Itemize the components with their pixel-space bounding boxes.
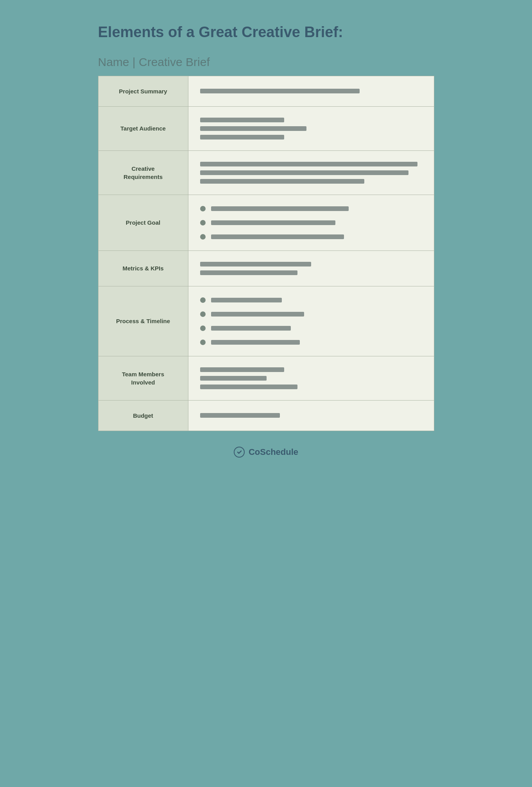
table-row: Target Audience [98,106,434,150]
row-content [188,356,434,400]
bullet-dot [200,297,206,303]
bullet-bar [211,298,282,302]
bullet-dot [200,220,206,225]
content-bar [200,376,267,381]
row-label: Project Goal [126,219,160,226]
svg-point-0 [234,447,244,457]
content-bar [200,118,285,122]
content-bar [200,367,285,372]
row-label: Target Audience [120,125,166,132]
coschedule-logo-icon [234,447,245,458]
row-content [188,76,434,106]
row-content [188,400,434,431]
row-label: Budget [133,412,153,419]
bullet-item [200,234,422,240]
content-bar [200,413,280,418]
bullet-bar [211,206,349,211]
bullet-dot [200,206,206,211]
row-label: Project Summary [119,88,167,95]
table-row: Process & Timeline [98,286,434,356]
row-label: Team MembersInvolved [122,371,164,386]
row-content [188,106,434,150]
table-row: Project Goal [98,195,434,250]
bullet-item [200,311,422,317]
row-content [188,250,434,286]
row-content [188,195,434,250]
table-row: Metrics & KPIs [98,250,434,286]
logo-text: CoSchedule [249,447,298,457]
content-bar [200,270,298,275]
bullet-bar [211,220,335,225]
table-row: Team MembersInvolved [98,356,434,400]
content-bar [200,162,418,166]
row-label: Process & Timeline [116,318,170,324]
content-bar [200,385,298,389]
bullet-item [200,206,422,211]
content-bar [200,135,285,140]
bullet-dot [200,340,206,345]
bullet-item [200,340,422,345]
subtitle: Name | Creative Brief [98,55,434,69]
content-bar [200,170,409,175]
content-bar [200,179,364,184]
bullet-item [200,297,422,303]
bullet-dot [200,311,206,317]
bullet-item [200,326,422,331]
table-row: Project Summary [98,76,434,106]
brief-table: Project SummaryTarget AudienceCreativeRe… [98,76,434,431]
table-row: CreativeRequirements [98,150,434,195]
bullet-bar [211,340,300,345]
page-container: Elements of a Great Creative Brief: Name… [98,23,434,458]
bullet-dot [200,234,206,240]
row-label: Metrics & KPIs [122,265,163,272]
table-row: Budget [98,400,434,431]
row-content [188,150,434,195]
bullet-dot [200,326,206,331]
bullet-item [200,220,422,225]
row-label: CreativeRequirements [124,165,163,180]
content-bar [200,262,311,267]
content-bar [200,89,360,93]
bullet-bar [211,312,305,317]
logo-area: CoSchedule [98,447,434,458]
bullet-bar [211,234,344,239]
content-bar [200,126,307,131]
row-content [188,286,434,356]
main-title: Elements of a Great Creative Brief: [98,23,434,41]
bullet-bar [211,326,291,331]
